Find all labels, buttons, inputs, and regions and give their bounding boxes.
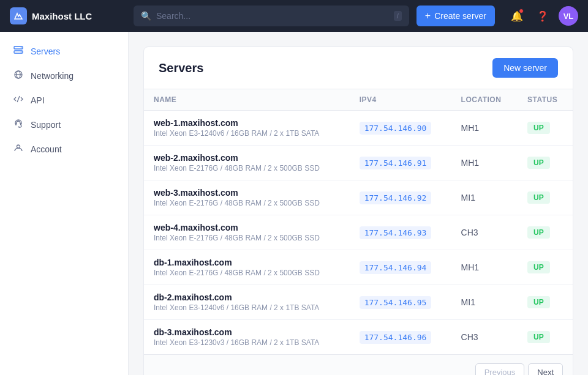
status-badge: UP: [527, 296, 550, 308]
logo-area: Maxihost LLC: [10, 7, 126, 24]
next-button[interactable]: Next: [528, 363, 563, 375]
ip-address: 177.54.146.96: [360, 331, 432, 344]
svg-point-2: [21, 47, 22, 48]
logo-text: Maxihost LLC: [32, 11, 92, 21]
server-name: web-4.maxihost.com: [154, 223, 340, 232]
server-spec: Intel Xeon E3-1240v6 / 16GB RAM / 2 x 1T…: [154, 303, 340, 312]
server-spec: Intel Xeon E-2176G / 48GB RAM / 2 x 500G…: [154, 269, 340, 277]
panel-title: Servers: [159, 61, 203, 75]
api-icon: [12, 94, 24, 106]
pagination: Previous Next: [144, 354, 573, 375]
col-location: Location: [451, 89, 518, 111]
col-ipv4: IPv4: [350, 89, 451, 111]
servers-table: Name IPv4 Location Status web-1.maxihost…: [144, 89, 573, 354]
sidebar-item-networking-label: Networking: [31, 71, 74, 81]
table-row[interactable]: db-1.maxihost.com Intel Xeon E-2176G / 4…: [144, 250, 573, 285]
previous-button[interactable]: Previous: [475, 363, 525, 375]
main-content: Servers New server Name IPv4 Location St…: [129, 32, 588, 375]
panel-header: Servers New server: [144, 47, 573, 89]
ip-address: 177.54.146.90: [360, 122, 432, 135]
new-server-button[interactable]: New server: [492, 58, 558, 78]
server-spec: Intel Xeon E-2176G / 48GB RAM / 2 x 500G…: [154, 234, 340, 242]
search-input[interactable]: [156, 11, 389, 21]
table-row[interactable]: web-4.maxihost.com Intel Xeon E-2176G / …: [144, 215, 573, 250]
main-layout: Servers Networking API: [0, 32, 588, 375]
server-spec: Intel Xeon E-2176G / 48GB RAM / 2 x 500G…: [154, 199, 340, 207]
search-icon: 🔍: [141, 11, 151, 21]
plus-icon: +: [425, 10, 431, 21]
sidebar-item-support-label: Support: [31, 120, 61, 130]
servers-icon: [12, 45, 24, 58]
ip-address: 177.54.146.91: [360, 157, 432, 169]
server-name: db-2.maxihost.com: [154, 292, 340, 302]
status-badge: UP: [527, 191, 550, 204]
server-name: web-3.maxihost.com: [154, 188, 340, 198]
col-name: Name: [144, 89, 350, 111]
svg-line-7: [17, 96, 20, 102]
ip-address: 177.54.146.93: [360, 226, 432, 239]
ip-address: 177.54.146.94: [360, 261, 432, 274]
location: CH3: [461, 332, 478, 342]
svg-point-3: [21, 51, 22, 53]
sidebar-item-account[interactable]: Account: [0, 137, 128, 162]
server-spec: Intel Xeon E-2176G / 48GB RAM / 2 x 500G…: [154, 164, 340, 173]
topbar-icons: 🔔 ❓ VL: [507, 6, 578, 26]
server-name: db-1.maxihost.com: [154, 258, 340, 267]
table-row[interactable]: db-2.maxihost.com Intel Xeon E3-1240v6 /…: [144, 285, 573, 320]
table-body: web-1.maxihost.com Intel Xeon E3-1240v6 …: [144, 111, 573, 355]
status-badge: UP: [527, 157, 550, 169]
location: MH1: [461, 158, 480, 168]
svg-point-11: [17, 145, 20, 148]
location: MH1: [461, 262, 480, 272]
ip-address: 177.54.146.95: [360, 296, 432, 309]
sidebar-item-api[interactable]: API: [0, 88, 128, 113]
svg-rect-8: [15, 124, 17, 125]
table-row[interactable]: db-3.maxihost.com Intel Xeon E3-1230v3 /…: [144, 320, 573, 355]
status-badge: UP: [527, 226, 550, 239]
svg-rect-9: [20, 124, 21, 125]
logo-icon: [10, 7, 27, 24]
location: MI1: [461, 297, 475, 307]
create-server-button[interactable]: + Create server: [417, 6, 495, 26]
sidebar: Servers Networking API: [0, 32, 129, 375]
server-spec: Intel Xeon E3-1240v6 / 16GB RAM / 2 x 1T…: [154, 129, 340, 138]
sidebar-item-networking[interactable]: Networking: [0, 64, 128, 88]
col-status: Status: [518, 89, 573, 111]
table-row[interactable]: web-2.maxihost.com Intel Xeon E-2176G / …: [144, 146, 573, 180]
server-name: web-1.maxihost.com: [154, 118, 340, 128]
server-name: db-3.maxihost.com: [154, 327, 340, 337]
location: MH1: [461, 123, 480, 133]
sidebar-item-support[interactable]: Support: [0, 113, 128, 137]
server-spec: Intel Xeon E3-1230v3 / 16GB RAM / 2 x 1T…: [154, 338, 340, 347]
server-name: web-2.maxihost.com: [154, 153, 340, 163]
user-avatar[interactable]: VL: [559, 6, 578, 26]
location: MI1: [461, 193, 475, 202]
sidebar-item-servers-label: Servers: [31, 46, 60, 56]
support-icon: [12, 119, 24, 131]
svg-point-10: [18, 127, 20, 128]
create-server-label: Create server: [434, 11, 486, 21]
help-icon: ❓: [537, 10, 549, 22]
notification-button[interactable]: 🔔: [507, 6, 527, 26]
help-button[interactable]: ❓: [533, 6, 552, 26]
search-bar[interactable]: 🔍 /: [134, 6, 409, 26]
account-icon: [12, 143, 24, 155]
servers-panel: Servers New server Name IPv4 Location St…: [143, 46, 573, 375]
sidebar-item-servers[interactable]: Servers: [0, 39, 128, 64]
location: CH3: [461, 228, 478, 237]
topbar: Maxihost LLC 🔍 / + Create server 🔔 ❓ VL: [0, 0, 588, 32]
sidebar-item-account-label: Account: [31, 144, 62, 154]
networking-icon: [12, 70, 24, 82]
notification-badge: [519, 9, 524, 13]
table-row[interactable]: web-3.maxihost.com Intel Xeon E-2176G / …: [144, 180, 573, 215]
table-header: Name IPv4 Location Status: [144, 89, 573, 111]
status-badge: UP: [527, 122, 550, 134]
sidebar-item-api-label: API: [31, 95, 45, 105]
status-badge: UP: [527, 261, 550, 273]
table-row[interactable]: web-1.maxihost.com Intel Xeon E3-1240v6 …: [144, 111, 573, 146]
ip-address: 177.54.146.92: [360, 191, 432, 204]
status-badge: UP: [527, 331, 550, 343]
search-shortcut: /: [394, 11, 402, 21]
